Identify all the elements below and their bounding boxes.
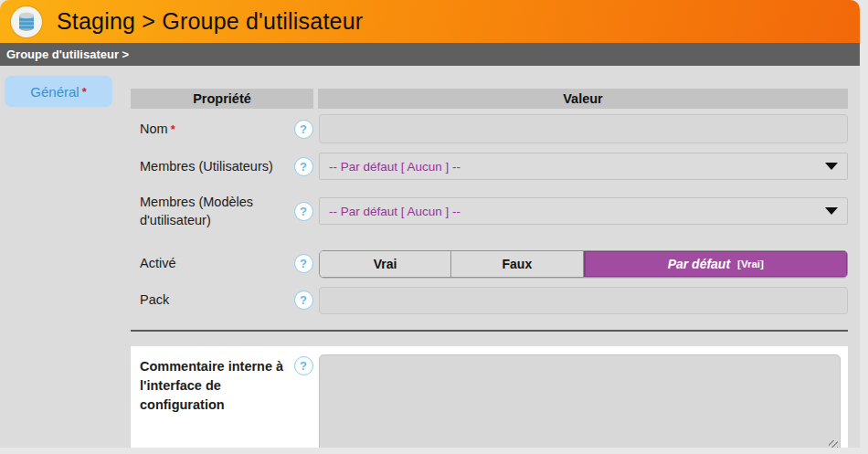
- resize-handle[interactable]: [829, 440, 838, 448]
- help-icon[interactable]: ?: [294, 120, 313, 139]
- selected-value: -- Par défaut [ Aucun ] --: [329, 160, 825, 174]
- active-label: Activé: [131, 254, 290, 272]
- content-area: Général * Propriété Valeur Nom* ?: [0, 66, 860, 448]
- form-row-nom: Nom* ?: [131, 114, 848, 143]
- app-header: Staging > Groupe d'utilisateur: [0, 0, 860, 43]
- membres-modeles-label: Membres (Modèles d'utilisateur): [131, 193, 290, 230]
- nom-label: Nom*: [131, 120, 290, 138]
- form-row-pack: Pack ?: [131, 287, 848, 314]
- pack-input[interactable]: [319, 287, 848, 314]
- form-row-membres-utilisateurs: Membres (Utilisateurs) ? -- Par défaut […: [131, 153, 848, 180]
- active-segmented-control: Vrai Faux Par défaut [Vrai]: [319, 250, 848, 278]
- membres-utilisateurs-select[interactable]: -- Par défaut [ Aucun ] --: [319, 153, 848, 180]
- active-option-faux[interactable]: Faux: [451, 251, 583, 277]
- app-window: Staging > Groupe d'utilisateur Groupe d'…: [0, 0, 860, 448]
- active-option-vrai[interactable]: Vrai: [320, 251, 451, 277]
- sidebar: Général *: [0, 66, 131, 448]
- comment-textarea[interactable]: [319, 354, 841, 448]
- default-value-hint: [Vrai]: [737, 259, 764, 269]
- breadcrumb[interactable]: Groupe d'utilisateur >: [0, 43, 860, 66]
- table-header: Propriété Valeur: [131, 89, 848, 109]
- page-title: Staging > Groupe d'utilisateur: [57, 8, 363, 35]
- help-icon[interactable]: ?: [294, 202, 313, 221]
- pack-label: Pack: [131, 290, 290, 309]
- required-mark: *: [82, 85, 87, 99]
- required-mark: *: [171, 122, 175, 136]
- selected-value: -- Par défaut [ Aucun ] --: [329, 205, 825, 218]
- membres-utilisateurs-label: Membres (Utilisateurs): [131, 157, 290, 175]
- help-icon[interactable]: ?: [294, 157, 313, 176]
- comment-label: Commentaire interne à l'interface de con…: [131, 354, 290, 448]
- tab-general-label: Général: [30, 84, 79, 100]
- membres-modeles-select[interactable]: -- Par défaut [ Aucun ] --: [319, 197, 848, 225]
- column-header-property: Propriété: [131, 89, 313, 109]
- help-icon[interactable]: ?: [294, 356, 313, 375]
- active-option-default[interactable]: Par défaut [Vrai]: [584, 251, 848, 277]
- chevron-down-icon: [825, 163, 838, 170]
- tab-general[interactable]: Général *: [5, 76, 112, 107]
- database-icon: [11, 6, 42, 37]
- section-divider: [131, 330, 848, 332]
- form-panel: Propriété Valeur Nom* ? Membres (Utilisa…: [131, 66, 860, 448]
- nom-input[interactable]: [319, 114, 848, 143]
- breadcrumb-text: Groupe d'utilisateur >: [6, 48, 129, 61]
- help-icon[interactable]: ?: [294, 254, 313, 273]
- comment-section: Commentaire interne à l'interface de con…: [131, 346, 848, 448]
- help-icon[interactable]: ?: [294, 290, 313, 310]
- form-row-active: Activé ? Vrai Faux Par défaut [: [131, 250, 848, 278]
- chevron-down-icon: [825, 207, 838, 215]
- column-header-value: Valeur: [318, 89, 848, 109]
- form-row-membres-modeles: Membres (Modèles d'utilisateur) ? -- Par…: [131, 193, 848, 230]
